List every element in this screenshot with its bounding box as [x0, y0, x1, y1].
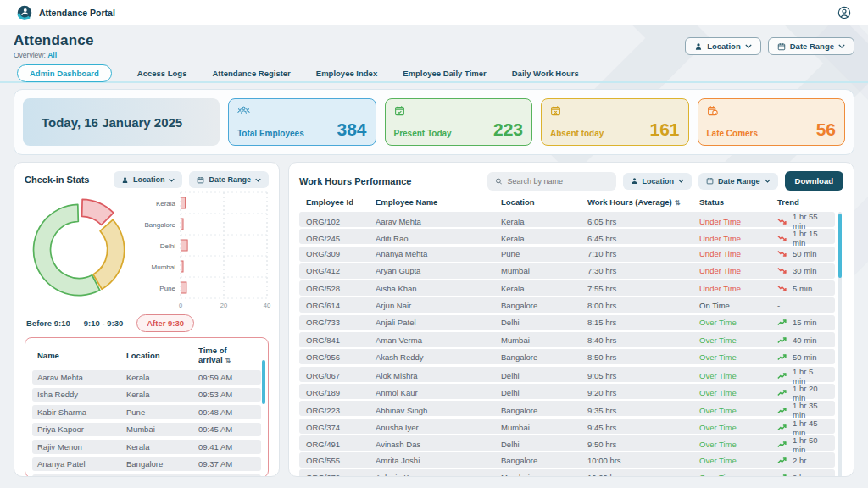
search-icon [495, 177, 503, 186]
stat-card-label: Late Comers [707, 129, 759, 138]
checkin-stats-panel: Check-in Stats Location Date Range 02040… [14, 162, 280, 477]
tab-employee-index[interactable]: Employee Index [316, 69, 377, 78]
late-arrival-row: Rohan GuptaDelhi09:32 AM [32, 474, 261, 477]
chevron-down-icon [765, 179, 771, 183]
checkin-tab-after-9-30[interactable]: After 9:30 [136, 314, 194, 332]
checkin-location-button[interactable]: Location [114, 171, 183, 188]
column-header-employee-name: Employee Name [376, 197, 501, 207]
user-account-button[interactable] [837, 6, 851, 19]
location-filter-button[interactable]: Location [685, 37, 761, 55]
employee-name-cell: Aryan Gupta [376, 266, 501, 275]
employee-name-cell: Amrita Joshi [376, 456, 501, 465]
name-cell: Priya Kapoor [37, 424, 126, 434]
work-hours-cell: 6:45 hrs [587, 234, 699, 243]
people-icon [237, 105, 367, 115]
work-hours-row: ORG/374Anusha IyerMumbai9:45 hrsOver Tim… [299, 419, 835, 434]
employee-id-cell: ORG/412 [306, 266, 376, 275]
search-box[interactable] [487, 172, 616, 191]
sort-icon[interactable]: ⇅ [225, 357, 231, 364]
location-cell: Bangalore [501, 406, 587, 415]
work-hours-row: ORG/245Aditi RaoKerala6:45 hrsUnder Time… [299, 229, 835, 244]
stat-cards: Total Employees384Present Today223Absent… [228, 98, 845, 146]
sort-icon[interactable]: ⇅ [675, 199, 681, 207]
location-cell: Bangalore [501, 301, 587, 310]
download-button[interactable]: Download [785, 171, 843, 191]
date-range-filter-button[interactable]: Date Range [768, 37, 854, 55]
late-arrival-row: Kabir SharmaPune09:48 AM [32, 405, 261, 419]
trending-down-icon [777, 235, 787, 242]
work-hours-location-button[interactable]: Location [623, 173, 693, 190]
work-hours-cell: 10:00 hrs [587, 473, 699, 477]
stat-card-total-employees: Total Employees384 [228, 98, 376, 146]
chevron-down-icon [838, 44, 845, 48]
location-cell: Kerala [126, 442, 198, 452]
location-cell: Mumbai [501, 266, 587, 275]
tab-attendance-register[interactable]: Attendance Register [212, 69, 290, 78]
employee-id-cell: ORG/309 [306, 249, 376, 258]
checkin-table-scrollbar[interactable] [262, 360, 265, 404]
app-title: Attendance Portal [39, 8, 115, 18]
location-cell: Kerala [501, 217, 587, 226]
location-cell: Delhi [501, 388, 587, 397]
employee-name-cell: Avinash Das [376, 440, 501, 449]
summary-panel: Today, 16 January 2025 Total Employees38… [14, 89, 854, 155]
employee-id-cell: ORG/102 [306, 217, 376, 226]
trending-down-icon [777, 267, 787, 274]
trend-value: 30 min [793, 266, 817, 275]
svg-text:Delhi: Delhi [160, 241, 175, 249]
arrival-time-cell: 09:59 AM [198, 373, 256, 382]
work-hours-cell: 7:55 hrs [587, 284, 699, 293]
today-date-box: Today, 16 January 2025 [23, 98, 220, 146]
column-header-work-hours-average: Work Hours (Average)⇅ [587, 197, 699, 207]
stat-card-absent-today: Absent today161 [541, 98, 689, 146]
status-cell: Over Time [699, 336, 777, 345]
employee-id-cell: ORG/491 [306, 440, 376, 449]
checkin-date-range-button[interactable]: Date Range [189, 171, 269, 188]
trend-cell: 2 hr [777, 456, 828, 465]
status-cell: Over Time [699, 388, 777, 397]
stat-card-label: Absent today [550, 129, 604, 138]
work-hours-scrollbar-thumb[interactable] [838, 214, 842, 278]
employee-name-cell: Anjali Patel [376, 318, 501, 327]
work-hours-row: ORG/841Aman VermaMumbai8:40 hrsOver Time… [299, 332, 835, 347]
status-cell: Over Time [699, 440, 777, 449]
work-hours-row: ORG/067Alok MishraDelhi9:05 hrsOver Time… [299, 367, 835, 382]
trending-up-icon [777, 353, 787, 361]
work-hours-date-range-button[interactable]: Date Range [698, 173, 778, 190]
tab-daily-work-hours[interactable]: Daily Work Hours [512, 69, 579, 78]
calendar-icon [777, 42, 786, 51]
work-hours-cell: 7:10 hrs [587, 249, 699, 258]
late-arrival-row: Priya KapoorMumbai09:45 AM [32, 423, 261, 437]
tab-admin-dashboard[interactable]: Admin Dashboard [17, 64, 112, 82]
svg-text:20: 20 [220, 302, 227, 309]
tab-employee-daily-timer[interactable]: Employee Daily Timer [403, 69, 487, 78]
work-hours-cell: 6:05 hrs [587, 217, 699, 226]
employee-name-cell: Aisha Khan [376, 284, 501, 293]
employee-name-cell: Aditi Rao [376, 234, 501, 243]
app-logo-icon [17, 5, 32, 20]
employee-id-cell: ORG/614 [306, 301, 376, 310]
column-header-status: Status [699, 197, 777, 207]
status-cell: Over Time [699, 352, 777, 362]
arrival-time-cell: 09:41 AM [198, 442, 256, 452]
chevron-down-icon [255, 178, 261, 182]
tab-access-logs[interactable]: Access Logs [137, 69, 187, 78]
location-cell: Pune [501, 249, 587, 258]
trending-up-icon [777, 424, 787, 431]
location-cell: Kerala [126, 373, 198, 382]
search-input[interactable] [507, 177, 608, 186]
status-cell: Under Time [699, 266, 777, 275]
location-cell: Bangalore [501, 352, 587, 362]
checkin-tab-before-9-10[interactable]: Before 9:10 [26, 319, 70, 328]
status-cell: On Time [699, 301, 777, 310]
employee-id-cell: ORG/555 [306, 456, 376, 465]
work-hours-row: ORG/528Aisha KhanKerala7:55 hrsUnder Tim… [299, 280, 835, 296]
checkin-donut-chart [25, 193, 138, 307]
work-hours-row: ORG/672Ashwin KumarMumbai10:00 hrsOver T… [299, 469, 835, 477]
work-hours-cell: 8:50 hrs [587, 352, 699, 362]
location-icon [631, 177, 638, 185]
trending-up-icon [777, 457, 787, 464]
employee-name-cell: Ananya Mehta [376, 249, 501, 258]
checkin-tab-9-10-9-30[interactable]: 9:10 - 9:30 [84, 319, 123, 328]
location-cell: Mumbai [501, 423, 587, 432]
